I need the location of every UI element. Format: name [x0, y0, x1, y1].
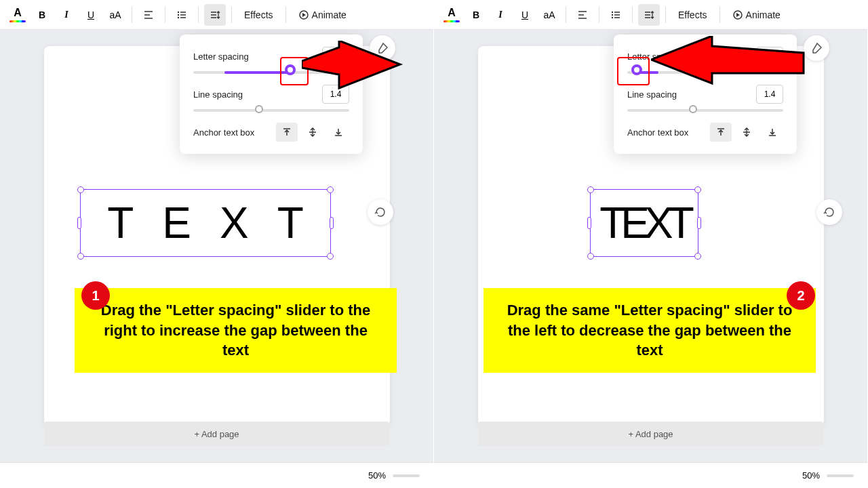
svg-point-1	[178, 14, 179, 15]
pane-left: A B I U aA Effects Animate Letter spacin…	[0, 0, 434, 488]
letter-spacing-handle[interactable]	[285, 64, 296, 75]
text-color-button[interactable]: A	[7, 4, 28, 26]
underline-button[interactable]: U	[514, 4, 536, 26]
effects-button[interactable]: Effects	[237, 4, 280, 26]
case-button[interactable]: aA	[104, 4, 126, 26]
anchor-top-icon	[281, 127, 292, 138]
letter-spacing-label: Letter spacing	[193, 52, 249, 62]
list-button[interactable]	[171, 4, 193, 26]
animate-icon	[298, 9, 309, 20]
arrow-annotation	[302, 41, 403, 95]
line-spacing-handle[interactable]	[255, 105, 263, 113]
list-icon	[610, 9, 621, 20]
align-button[interactable]	[572, 4, 593, 26]
zoom-label: 50%	[802, 470, 820, 481]
effects-button[interactable]: Effects	[671, 4, 714, 26]
anchor-bottom-icon	[333, 127, 344, 138]
animate-button[interactable]: Animate	[292, 4, 353, 26]
copy-style-button[interactable]	[804, 35, 829, 61]
bold-button[interactable]: B	[31, 4, 53, 26]
letter-spacing-handle[interactable]	[631, 64, 642, 75]
spacing-button[interactable]	[638, 4, 660, 26]
align-icon	[143, 9, 154, 20]
rotate-icon	[374, 206, 387, 218]
zoom-slider[interactable]	[393, 474, 420, 477]
callout-2: Drag the same "Letter spacing" slider to…	[484, 288, 816, 373]
svg-point-6	[612, 14, 613, 15]
line-spacing-handle[interactable]	[689, 105, 697, 113]
animate-button[interactable]: Animate	[726, 4, 787, 26]
text-box[interactable]: TEXT	[80, 189, 331, 257]
spacing-icon	[644, 9, 654, 20]
rotate-button[interactable]	[368, 199, 393, 225]
text-box[interactable]: TEXT	[590, 189, 698, 257]
add-page-button[interactable]: + Add page	[44, 422, 389, 446]
list-icon	[176, 9, 187, 20]
add-page-button[interactable]: + Add page	[478, 422, 823, 446]
zoom-slider[interactable]	[827, 474, 854, 477]
svg-marker-9	[651, 36, 804, 83]
anchor-top-button[interactable]	[276, 123, 298, 142]
text-content: TEXT	[79, 198, 332, 248]
anchor-top-button[interactable]	[710, 123, 732, 142]
case-button[interactable]: aA	[538, 4, 560, 26]
line-spacing-label: Line spacing	[193, 89, 243, 100]
anchor-bottom-button[interactable]	[328, 123, 349, 142]
step-badge-2: 2	[787, 281, 815, 310]
svg-point-5	[612, 11, 613, 12]
svg-point-2	[178, 16, 179, 18]
footer: 50%	[0, 462, 433, 488]
rotate-icon	[823, 206, 835, 218]
callout-1: Drag the "Letter spacing" slider to the …	[75, 288, 397, 373]
toolbar: A B I U aA Effects Animate	[434, 0, 867, 30]
spacing-button[interactable]	[204, 4, 226, 26]
rotate-button[interactable]	[816, 199, 842, 225]
underline-button[interactable]: U	[80, 4, 102, 26]
text-color-button[interactable]: A	[441, 4, 462, 26]
align-icon	[577, 9, 588, 20]
text-content: TEXT	[599, 198, 689, 248]
align-button[interactable]	[138, 4, 159, 26]
footer: 50%	[434, 462, 867, 488]
arrow-annotation	[651, 36, 807, 97]
pane-right: A B I U aA Effects Animate Letter spacin…	[434, 0, 868, 488]
svg-point-0	[178, 11, 179, 12]
line-spacing-slider[interactable]	[627, 109, 783, 112]
italic-button[interactable]: I	[56, 4, 77, 26]
italic-button[interactable]: I	[490, 4, 511, 26]
animate-icon	[732, 9, 743, 20]
anchor-bottom-button[interactable]	[762, 123, 783, 142]
anchor-top-icon	[715, 127, 726, 138]
anchor-label: Anchor text box	[627, 127, 688, 138]
anchor-middle-icon	[741, 127, 752, 138]
anchor-label: Anchor text box	[193, 127, 254, 138]
anchor-middle-button[interactable]	[736, 123, 757, 142]
list-button[interactable]	[605, 4, 627, 26]
toolbar: A B I U aA Effects Animate	[0, 0, 433, 30]
anchor-middle-button[interactable]	[302, 123, 323, 142]
svg-point-7	[612, 16, 613, 18]
paint-icon	[810, 42, 823, 54]
svg-marker-4	[302, 41, 400, 88]
step-badge-1: 1	[81, 281, 110, 310]
bold-button[interactable]: B	[465, 4, 487, 26]
line-spacing-slider[interactable]	[193, 109, 349, 112]
spacing-icon	[210, 9, 220, 20]
zoom-label: 50%	[368, 470, 386, 481]
anchor-bottom-icon	[767, 127, 778, 138]
anchor-middle-icon	[307, 127, 318, 138]
